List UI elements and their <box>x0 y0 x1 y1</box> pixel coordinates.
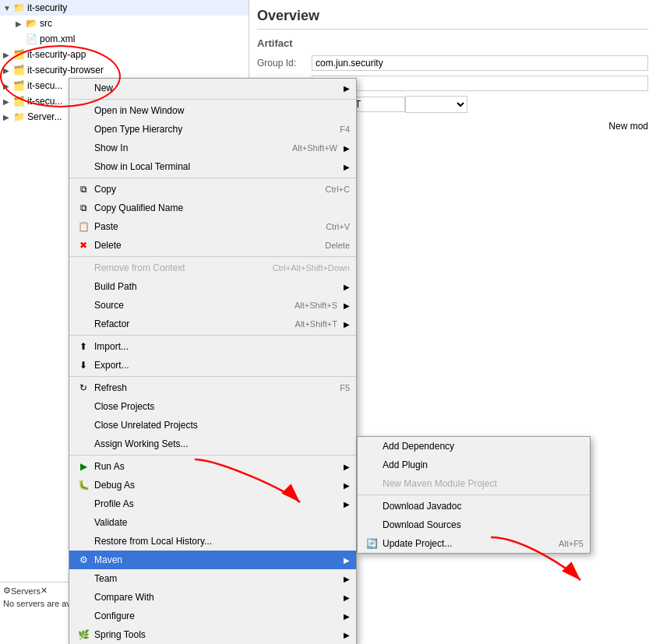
menu-item-copy-qualified[interactable]: ⧉ Copy Qualified Name <box>69 199 356 217</box>
project-icon: 🗂️ <box>12 95 25 107</box>
expand-arrow: ▶ <box>3 66 12 75</box>
menu-item-label: Maven <box>94 554 337 565</box>
menu-item-label: Show in Local Terminal <box>94 161 337 172</box>
menu-item-team[interactable]: Team ▶ <box>69 569 356 588</box>
menu-item-assign-working-sets[interactable]: Assign Working Sets... <box>69 435 356 453</box>
menu-item-open-new-window[interactable]: Open in New Window <box>69 101 356 120</box>
tree-item-browser[interactable]: ▶ 🗂️ it-security-browser <box>0 62 249 78</box>
tree-item-label: it-secu... <box>27 80 62 91</box>
menu-separator <box>69 455 356 456</box>
menu-item-configure[interactable]: Configure ▶ <box>69 607 356 625</box>
menu-item-restore-history[interactable]: Restore from Local History... <box>69 532 356 551</box>
menu-item-label: Spring Tools <box>94 629 337 640</box>
tree-item-label: Server... <box>27 111 62 122</box>
menu-item-label: Copy <box>94 184 310 195</box>
menu-item-open-type-hierarchy[interactable]: Open Type Hierarchy F4 <box>69 120 356 139</box>
servers-tab-label: ⚙ <box>3 586 11 596</box>
new-mod-label: New mod <box>608 121 648 132</box>
menu-item-refresh[interactable]: ↻ Refresh F5 <box>69 378 356 397</box>
blank-icon <box>76 280 91 293</box>
copy-qualified-icon: ⧉ <box>76 202 91 214</box>
blank-icon <box>364 440 379 452</box>
blank-icon <box>76 123 91 135</box>
menu-item-label: New <box>94 83 337 93</box>
submenu-item-download-javadoc[interactable]: Download Javadoc <box>358 497 590 516</box>
menu-item-remove-context[interactable]: Remove from Context Ctrl+Alt+Shift+Down <box>69 259 356 277</box>
blank-icon <box>364 477 379 490</box>
blank-icon <box>76 299 91 311</box>
blank-icon <box>76 142 91 154</box>
menu-item-delete[interactable]: ✖ Delete Delete <box>69 236 356 255</box>
submenu-item-add-plugin[interactable]: Add Plugin <box>358 456 590 474</box>
menu-item-copy[interactable]: ⧉ Copy Ctrl+C <box>69 180 356 199</box>
submenu-arrow: ▶ <box>344 481 350 490</box>
shortcut-label: Alt+Shift+S <box>294 301 337 310</box>
blank-icon <box>76 262 91 274</box>
project-icon: 🗂️ <box>12 79 25 92</box>
refresh-icon: ↻ <box>76 382 91 394</box>
menu-item-label: Export... <box>94 360 350 371</box>
menu-item-export[interactable]: ⬇ Export... <box>69 356 356 375</box>
submenu-item-new-maven-module[interactable]: New Maven Module Project <box>358 474 590 493</box>
spring-icon: 🌿 <box>76 628 91 641</box>
submenu-item-download-sources[interactable]: Download Sources <box>358 516 590 534</box>
blank-icon <box>76 104 91 117</box>
blank-icon <box>364 459 379 471</box>
artifact-id-input[interactable] <box>312 76 648 91</box>
blank-icon <box>76 419 91 431</box>
submenu-item-update-project[interactable]: 🔄 Update Project... Alt+F5 <box>358 534 590 553</box>
menu-item-label: Source <box>94 300 279 311</box>
menu-item-profile-as[interactable]: Profile As ▶ <box>69 494 356 513</box>
menu-item-label: Refresh <box>94 382 324 393</box>
blank-icon <box>76 438 91 450</box>
menu-item-close-unrelated[interactable]: Close Unrelated Projects <box>69 416 356 435</box>
shortcut-label: Alt+F5 <box>559 539 584 548</box>
submenu-arrow: ▶ <box>344 320 350 329</box>
menu-item-label: Build Path <box>94 281 337 292</box>
menu-item-build-path[interactable]: Build Path ▶ <box>69 277 356 296</box>
menu-item-compare-with[interactable]: Compare With ▶ <box>69 588 356 607</box>
menu-item-maven[interactable]: ⚙ Maven ▶ <box>69 551 356 569</box>
menu-item-label: Close Projects <box>94 401 350 412</box>
menu-item-import[interactable]: ⬆ Import... <box>69 337 356 356</box>
menu-item-source[interactable]: Source Alt+Shift+S ▶ <box>69 296 356 315</box>
menu-item-refactor[interactable]: Refactor Alt+Shift+T ▶ <box>69 315 356 333</box>
menu-item-label: Paste <box>94 221 310 232</box>
submenu-item-add-dependency[interactable]: Add Dependency <box>358 437 590 456</box>
run-icon: ▶ <box>76 460 91 473</box>
update-icon: 🔄 <box>364 537 379 550</box>
menu-item-show-terminal[interactable]: Show in Local Terminal ▶ <box>69 157 356 176</box>
tree-item-it-security[interactable]: ▼ 📁 it-security <box>0 0 249 16</box>
menu-item-label: Refactor <box>94 318 280 329</box>
servers-tab-x: ✕ <box>41 586 48 596</box>
blank-icon <box>76 516 91 529</box>
servers-tab-text: Servers <box>11 586 41 596</box>
tree-item-src[interactable]: ▶ 📂 src <box>0 16 249 31</box>
submenu-item-label: Download Javadoc <box>383 501 584 512</box>
menu-item-paste[interactable]: 📋 Paste Ctrl+V <box>69 217 356 236</box>
file-icon: 📄 <box>25 33 37 45</box>
menu-item-label: Run As <box>94 461 337 472</box>
expand-arrow: ▶ <box>3 113 12 121</box>
submenu-arrow: ▶ <box>344 163 350 171</box>
group-id-input[interactable] <box>312 55 648 71</box>
menu-item-show-in[interactable]: Show In Alt+Shift+W ▶ <box>69 139 356 157</box>
maven-submenu: Add Dependency Add Plugin New Maven Modu… <box>357 436 591 554</box>
artifact-section-label: Artifact <box>257 37 648 49</box>
paste-icon: 📋 <box>76 220 91 233</box>
new-icon <box>76 82 91 94</box>
tree-item-app[interactable]: ▶ 🗂️ it-security-app <box>0 47 249 62</box>
menu-item-run-as[interactable]: ▶ Run As ▶ <box>69 457 356 476</box>
tree-item-pomxml[interactable]: ▶ 📄 pom.xml <box>0 31 249 47</box>
shortcut-label: F4 <box>340 125 350 134</box>
submenu-item-label: New Maven Module Project <box>383 478 584 489</box>
submenu-arrow: ▶ <box>344 283 350 291</box>
menu-item-spring-tools[interactable]: 🌿 Spring Tools ▶ <box>69 625 356 644</box>
menu-item-validate[interactable]: Validate <box>69 513 356 532</box>
version-select[interactable] <box>405 96 467 113</box>
menu-item-new[interactable]: New ▶ <box>69 79 356 97</box>
submenu-item-label: Update Project... <box>383 538 543 549</box>
menu-item-close-projects[interactable]: Close Projects <box>69 397 356 416</box>
tree-item-label: it-security <box>27 2 67 13</box>
menu-item-debug-as[interactable]: 🐛 Debug As ▶ <box>69 476 356 494</box>
